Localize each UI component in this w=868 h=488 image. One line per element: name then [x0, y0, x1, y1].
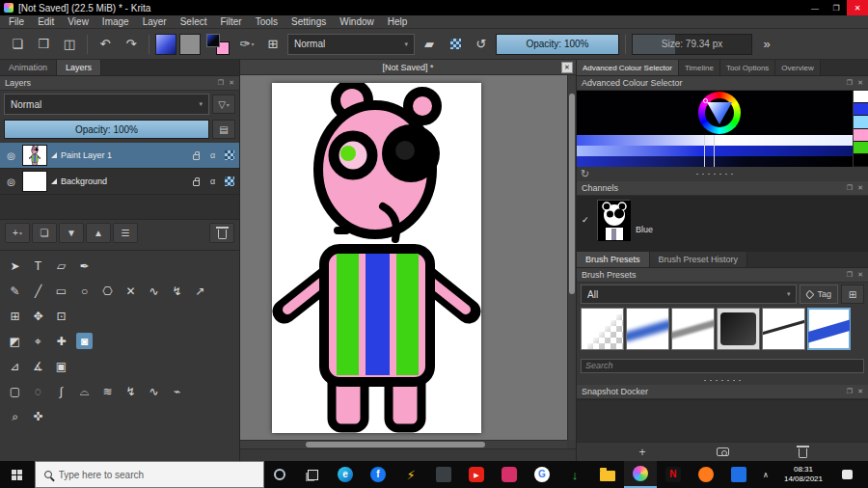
foreground-background-colors[interactable] [205, 33, 231, 56]
layer-alpha-lock-icon[interactable]: α [206, 176, 219, 186]
brush-preset-airbrush[interactable] [626, 308, 669, 350]
document-canvas[interactable] [272, 83, 481, 433]
ellipse-tool[interactable]: ○ [76, 283, 93, 299]
colour-gradient-strips[interactable] [577, 135, 853, 167]
taskbar-search[interactable] [35, 461, 264, 488]
blending-mode-dropdown[interactable]: Normal ▾ [287, 34, 415, 55]
delete-snapshot-button[interactable] [788, 444, 817, 461]
tab-brush-preset-history[interactable]: Brush Preset History [650, 252, 748, 267]
edge-icon[interactable]: e [329, 461, 362, 488]
menu-select[interactable]: Select [174, 15, 214, 29]
tab-advanced-colour-selector[interactable]: Advanced Colour Selector [577, 60, 679, 75]
reload-preset-button[interactable]: ↺ [470, 33, 493, 56]
gradient-chooser-button[interactable] [155, 34, 176, 55]
move-tool[interactable]: ✥ [30, 308, 46, 324]
docker-splitter[interactable] [692, 172, 737, 176]
taskbar-clock[interactable]: 08:31 14/08/2021 [776, 465, 830, 484]
ellipse-select-tool[interactable]: ◌ [30, 383, 46, 399]
add-layer-button[interactable]: + ▾ [5, 223, 30, 243]
close-docker-icon[interactable]: ✕ [229, 79, 234, 87]
toolbar-overflow-button[interactable]: » [755, 33, 778, 56]
layer-lock-icon[interactable] [190, 177, 203, 186]
gradient-strip-light[interactable] [577, 135, 853, 146]
saturation-value-triangle[interactable] [707, 102, 732, 124]
vertical-scrollbar-thumb[interactable] [569, 94, 575, 294]
lightning-app-icon[interactable]: ⚡ [394, 461, 427, 488]
channel-row-blue[interactable]: ✓ Blue [582, 200, 863, 240]
document-tab[interactable]: [Not Saved] * ✕ [240, 60, 576, 75]
transform-tool[interactable]: ⊞ [7, 308, 23, 324]
opacity-slider[interactable]: Opacity: 100% [496, 34, 619, 55]
start-button[interactable] [0, 461, 35, 488]
move-layer-up-button[interactable]: ▲ [86, 223, 111, 243]
menu-settings[interactable]: Settings [285, 15, 333, 29]
float-docker-icon[interactable]: ❐ [847, 271, 853, 279]
facebook-icon[interactable]: f [362, 461, 394, 488]
palette-colour-5[interactable] [854, 154, 868, 167]
menu-image[interactable]: Image [95, 15, 136, 29]
gradient-strip-blue[interactable] [577, 146, 853, 156]
cortana-button[interactable] [264, 461, 297, 488]
polygon-tool[interactable]: ⎔ [99, 283, 116, 299]
horizontal-scrollbar-thumb[interactable] [306, 442, 485, 447]
layer-row-paint-layer-1[interactable]: ◎ Paint Layer 1 α [0, 143, 239, 169]
layer-inherit-alpha-icon[interactable] [223, 150, 235, 160]
preserve-alpha-button[interactable] [444, 33, 467, 56]
move-layer-down-button[interactable]: ▼ [59, 223, 84, 243]
multibrush-tool[interactable]: ↗ [192, 283, 208, 299]
freehand-brush-tool[interactable]: ✎ [7, 283, 23, 299]
colour-selector-area[interactable] [577, 91, 853, 135]
palette-colour-0[interactable] [854, 91, 868, 103]
brush-preset-ink[interactable] [717, 308, 760, 350]
maximize-button[interactable]: ❐ [826, 0, 847, 15]
path-select-tool[interactable]: ∿ [146, 383, 162, 399]
close-docker-icon[interactable]: ✕ [857, 271, 863, 279]
tab-brush-presets[interactable]: Brush Presets [577, 252, 650, 267]
krita-icon[interactable] [624, 461, 657, 488]
tab-tool-options[interactable]: Tool Options [720, 60, 775, 75]
palette-colour-4[interactable] [854, 142, 868, 154]
taskbar-search-input[interactable] [59, 470, 255, 480]
assistants-tool[interactable]: ⊿ [7, 358, 23, 374]
edit-shapes-tool[interactable]: ▱ [53, 258, 69, 274]
close-docker-icon[interactable]: ✕ [857, 388, 863, 395]
menu-tools[interactable]: Tools [249, 15, 285, 29]
text-tool[interactable]: T [30, 258, 46, 274]
layer-alpha-lock-icon[interactable]: α [206, 150, 219, 160]
gradient-strip-dark[interactable] [577, 156, 853, 167]
magnetic-select-tool[interactable]: ⌁ [169, 383, 185, 399]
layer-inherit-alpha-icon[interactable] [223, 176, 235, 186]
polyline-tool[interactable]: ✕ [122, 283, 139, 299]
dark-app-icon[interactable] [427, 461, 460, 488]
minimize-button[interactable]: — [804, 0, 826, 15]
line-tool[interactable]: ╱ [30, 283, 46, 299]
document-close-button[interactable]: ✕ [561, 62, 573, 73]
layer-blending-mode-dropdown[interactable]: Normal ▾ [4, 94, 209, 115]
tab-animation[interactable]: Animation [0, 60, 57, 75]
hidden-icons-button[interactable]: ∧ [755, 471, 776, 479]
polygon-select-tool[interactable]: ⌓ [76, 383, 93, 399]
menu-view[interactable]: View [61, 15, 95, 29]
add-snapshot-button[interactable]: + [628, 444, 657, 461]
fill-tool[interactable]: ◙ [76, 333, 93, 349]
pattern-chooser-button[interactable] [179, 34, 201, 55]
close-docker-icon[interactable]: ✕ [857, 184, 863, 192]
brush-search-input[interactable] [581, 359, 864, 373]
bezier-curve-tool[interactable]: ∿ [146, 283, 162, 299]
blue-app-icon[interactable] [722, 461, 755, 488]
netflix-icon[interactable]: N [657, 461, 690, 488]
shape-select-tool[interactable]: ➤ [7, 258, 23, 274]
refresh-colour-icon[interactable]: ↻ [581, 168, 589, 180]
rect-select-tool[interactable]: ▢ [7, 383, 23, 399]
measure-tool[interactable]: ∡ [30, 358, 46, 374]
menu-file[interactable]: File [2, 15, 31, 29]
pan-tool[interactable]: ✜ [30, 408, 46, 424]
palette-colour-2[interactable] [854, 116, 868, 128]
crop-tool[interactable]: ⊡ [53, 308, 69, 324]
gradient-tool[interactable]: ◩ [7, 333, 23, 349]
zoom-tool[interactable]: ⌕ [7, 408, 23, 424]
reference-images-tool[interactable]: ▣ [53, 358, 69, 374]
file-explorer-icon[interactable] [591, 461, 624, 488]
take-snapshot-button[interactable] [708, 444, 737, 461]
brush-tag-filter-dropdown[interactable]: All ▾ [581, 285, 797, 304]
